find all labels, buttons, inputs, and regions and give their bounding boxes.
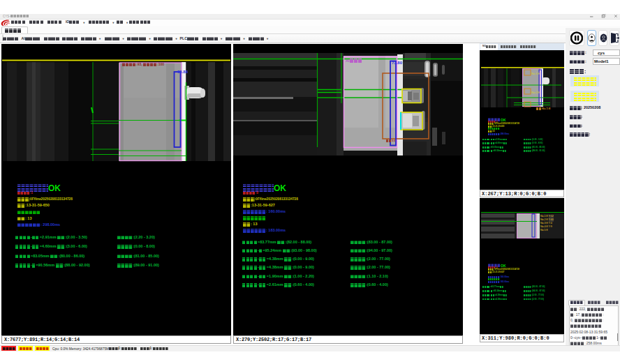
svg-text:No.3:8 Y:4: No.3:8 Y:4 xyxy=(540,222,552,225)
svg-text:No.4:8 Y:9: No.4:8 Y:9 xyxy=(540,225,552,228)
svg-text:No.2:8: No.2:8 xyxy=(531,91,540,94)
svg-text:No.1:8 Y:12: No.1:8 Y:12 xyxy=(540,215,554,218)
svg-text:No.5:8: No.5:8 xyxy=(540,229,548,232)
svg-text:No.1:8: No.1:8 xyxy=(531,72,540,75)
svg-text:No.2:8 Y:40: No.2:8 Y:40 xyxy=(540,218,554,221)
